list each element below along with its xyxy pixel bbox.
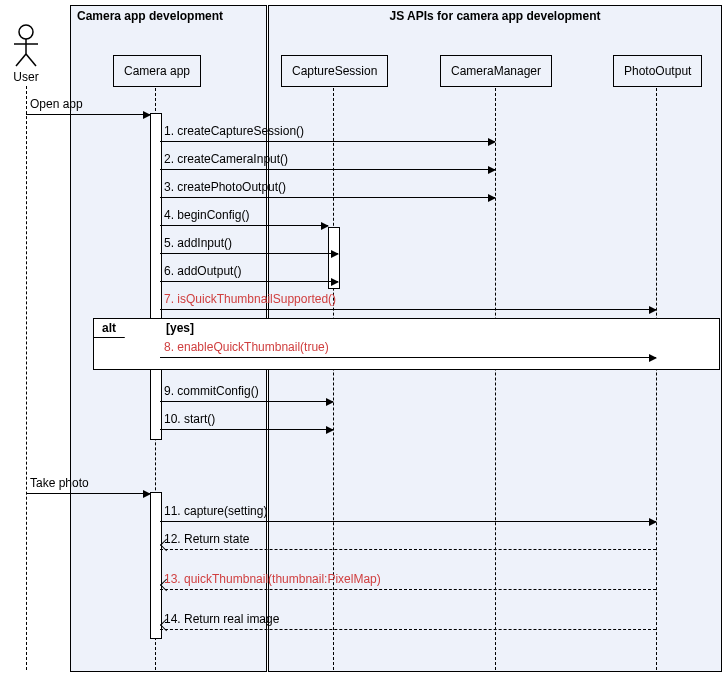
alt-tab-label: alt <box>93 318 130 338</box>
msg-label: 11. capture(setting) <box>164 504 267 518</box>
msg-open-app: Open app <box>26 95 150 115</box>
participant-camera-app: Camera app <box>113 55 201 87</box>
participant-camera-manager: CameraManager <box>440 55 552 87</box>
msg-label: 6. addOutput() <box>164 264 241 278</box>
msg-10: 10. start() <box>160 410 333 430</box>
msg-label: 13. quickThumbnail(thumbnail:PixelMap) <box>164 572 381 586</box>
participant-label: PhotoOutput <box>624 64 691 78</box>
svg-line-3 <box>16 54 26 66</box>
lifeline-photo <box>656 88 657 670</box>
participant-label: CaptureSession <box>292 64 377 78</box>
msg-6: 6. addOutput() <box>160 262 338 282</box>
alt-condition: [yes] <box>166 321 194 335</box>
svg-line-4 <box>26 54 36 66</box>
msg-label: Open app <box>30 97 83 111</box>
msg-4: 4. beginConfig() <box>160 206 328 226</box>
participant-capture-session: CaptureSession <box>281 55 388 87</box>
msg-label: 3. createPhotoOutput() <box>164 180 286 194</box>
msg-2: 2. createCameraInput() <box>160 150 495 170</box>
msg-3: 3. createPhotoOutput() <box>160 178 495 198</box>
msg-13: 13. quickThumbnail(thumbnail:PixelMap) <box>160 570 656 590</box>
actor-user-label: User <box>6 70 46 84</box>
msg-label: 4. beginConfig() <box>164 208 249 222</box>
msg-label: 1. createCaptureSession() <box>164 124 304 138</box>
actor-user: User <box>6 24 46 84</box>
participant-photo-output: PhotoOutput <box>613 55 702 87</box>
msg-label: 7. isQuickThumbnailSupported() <box>164 292 336 306</box>
msg-9: 9. commitConfig() <box>160 382 333 402</box>
msg-label: 2. createCameraInput() <box>164 152 288 166</box>
msg-label: 9. commitConfig() <box>164 384 259 398</box>
msg-label: 12. Return state <box>164 532 249 546</box>
box-js-apis-title: JS APIs for camera app development <box>269 9 721 23</box>
msg-11: 11. capture(setting) <box>160 502 656 522</box>
msg-label: 10. start() <box>164 412 215 426</box>
sequence-diagram: User Camera app development JS APIs for … <box>0 0 723 677</box>
msg-8: 8. enableQuickThumbnail(true) <box>160 338 656 358</box>
box-camera-app-dev-title: Camera app development <box>77 9 223 23</box>
lifeline-user <box>26 86 27 670</box>
msg-14: 14. Return real image <box>160 610 656 630</box>
msg-5: 5. addInput() <box>160 234 338 254</box>
msg-label: Take photo <box>30 476 89 490</box>
msg-1: 1. createCaptureSession() <box>160 122 495 142</box>
msg-7: 7. isQuickThumbnailSupported() <box>160 290 656 310</box>
participant-label: Camera app <box>124 64 190 78</box>
msg-take-photo: Take photo <box>26 474 150 494</box>
msg-12: 12. Return state <box>160 530 656 550</box>
msg-label: 14. Return real image <box>164 612 279 626</box>
msg-label: 8. enableQuickThumbnail(true) <box>164 340 329 354</box>
svg-point-0 <box>19 25 33 39</box>
participant-label: CameraManager <box>451 64 541 78</box>
msg-label: 5. addInput() <box>164 236 232 250</box>
